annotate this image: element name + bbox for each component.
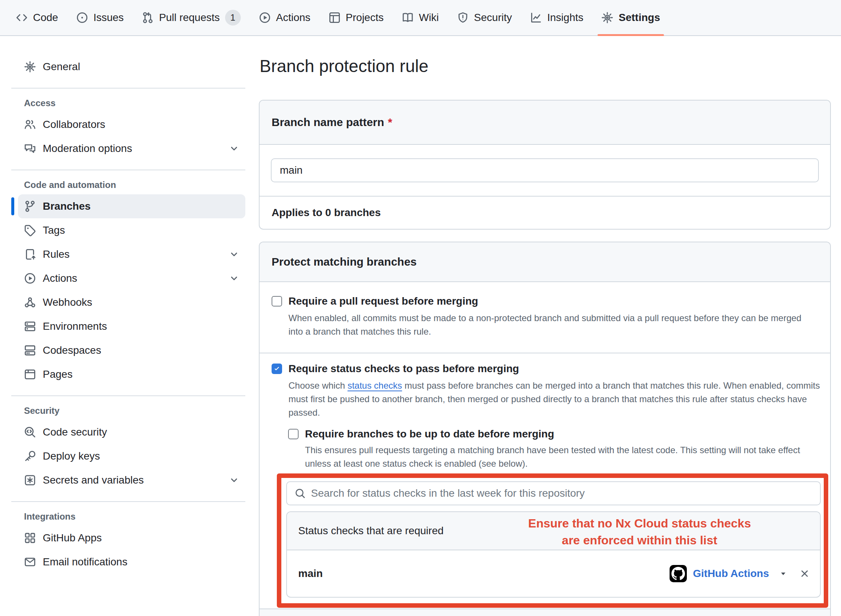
sidebar-item-branches[interactable]: Branches [18,194,245,218]
tab-projects[interactable]: Projects [323,0,390,35]
rule-label: Require a pull request before merging [288,295,478,308]
tab-label: Settings [619,12,660,24]
comment-discussion-icon [24,143,36,155]
sidebar-item-email-notifications[interactable]: Email notifications [18,550,245,574]
sidebar-item-label: Environments [43,320,107,332]
annotation-line-2: are enforced within this list [475,532,805,549]
rules-icon [24,248,36,260]
chevron-down-icon [229,475,239,485]
applies-to-branches: Applies to 0 branches [260,196,830,229]
branch-name-pattern-input[interactable] [271,158,819,182]
rule-label: Require branches to be up to date before… [305,428,554,440]
actions-icon [259,12,271,24]
branch-name-pattern-body [260,145,830,196]
status-checks-list-header: Status checks that are required Ensure t… [287,512,820,550]
sidebar-item-moderation-options[interactable]: Moderation options [18,137,245,161]
people-icon [24,119,36,131]
require-status-checks-checkbox[interactable] [272,364,282,374]
sidebar-item-label: Code security [43,426,107,438]
tab-insights[interactable]: Insights [524,0,590,35]
sidebar-item-environments[interactable]: Environments [18,314,245,338]
tab-label: Security [474,12,512,24]
tab-label: Actions [276,12,311,24]
status-checks-search-input[interactable] [311,487,812,499]
search-icon [294,488,306,499]
tab-label: Issues [93,12,124,24]
sidebar-item-collaborators[interactable]: Collaborators [18,113,245,137]
tab-label: Wiki [419,12,439,24]
sidebar-section-security: Security [24,405,245,416]
pull-request-icon [142,12,154,24]
require-pull-request-checkbox[interactable] [272,296,282,306]
annotation-text: Ensure that no Nx Cloud status checks ar… [475,515,805,549]
status-checks-list-header-label: Status checks that are required [298,525,444,537]
rule-require-up-to-date: Require branches to be up to date before… [288,428,818,470]
sidebar-item-label: Branches [43,200,91,212]
next-section-strip [260,609,830,616]
status-checks-search [286,481,821,505]
sidebar-item-deploy-keys[interactable]: Deploy keys [18,444,245,468]
chevron-down-icon [229,273,239,284]
sidebar-item-label: Webhooks [43,296,92,308]
code-icon [16,12,28,24]
github-actions-link[interactable]: GitHub Actions [693,568,769,580]
play-icon [24,272,36,284]
tab-issues[interactable]: Issues [70,0,130,35]
divider [11,501,245,502]
tab-code[interactable]: Code [10,0,64,35]
sidebar-section-access: Access [24,98,245,109]
protect-matching-branches-header: Protect matching branches [260,242,830,282]
sidebar-section-integrations: Integrations [24,511,245,522]
gear-icon [24,61,36,73]
status-check-name: main [298,568,323,580]
key-icon [24,450,36,462]
settings-sidebar: General Access Collaborators Moderation … [11,49,245,574]
sidebar-section-code-and-automation: Code and automation [24,179,245,191]
sidebar-item-label: Secrets and variables [43,474,144,486]
sidebar-item-tags[interactable]: Tags [18,218,245,242]
rule-description: When enabled, all commits must be made t… [288,311,814,338]
browser-icon [24,368,36,380]
divider [11,88,245,89]
github-logo-icon [670,565,687,582]
sidebar-item-label: Moderation options [43,143,132,155]
branch-name-pattern-label: Branch name pattern [272,116,384,128]
sidebar-item-label: General [43,61,80,73]
main-content: Branch protection rule Branch name patte… [259,49,831,616]
repo-nav: Code Issues Pull requests 1 Actions Proj… [0,0,841,36]
tab-label: Code [33,12,58,24]
sidebar-item-secrets-and-variables[interactable]: Secrets and variables [18,468,245,492]
pull-requests-count-badge: 1 [225,10,241,26]
sidebar-item-github-apps[interactable]: GitHub Apps [18,526,245,550]
tab-settings[interactable]: Settings [595,0,666,35]
codespaces-icon [24,344,36,356]
wiki-icon [402,12,414,24]
projects-icon [329,12,341,24]
caret-down-icon[interactable] [779,569,788,578]
gear-icon [601,12,613,24]
tab-wiki[interactable]: Wiki [396,0,445,35]
tab-security[interactable]: Security [451,0,518,35]
sidebar-item-webhooks[interactable]: Webhooks [18,290,245,314]
require-up-to-date-checkbox[interactable] [288,429,299,439]
remove-status-check-button[interactable] [799,568,810,579]
sidebar-item-label: Email notifications [43,556,128,568]
page-title: Branch protection rule [260,54,831,78]
sidebar-item-general[interactable]: General [18,55,245,79]
sidebar-item-codespaces[interactable]: Codespaces [18,338,245,362]
sidebar-item-code-security[interactable]: Code security [18,420,245,444]
tab-actions[interactable]: Actions [253,0,317,35]
sidebar-item-actions[interactable]: Actions [18,266,245,290]
sidebar-item-pages[interactable]: Pages [18,362,245,386]
issues-icon [76,12,88,24]
sidebar-item-label: Deploy keys [43,450,100,462]
sidebar-item-label: GitHub Apps [43,532,102,544]
tab-pull-requests[interactable]: Pull requests 1 [136,0,247,35]
sidebar-item-rules[interactable]: Rules [18,242,245,266]
apps-grid-icon [24,532,36,544]
required-asterisk: * [388,116,392,128]
server-icon [24,320,36,332]
status-checks-link[interactable]: status checks [347,380,402,391]
sidebar-item-label: Tags [43,224,65,236]
rule-label: Require status checks to pass before mer… [288,362,519,375]
